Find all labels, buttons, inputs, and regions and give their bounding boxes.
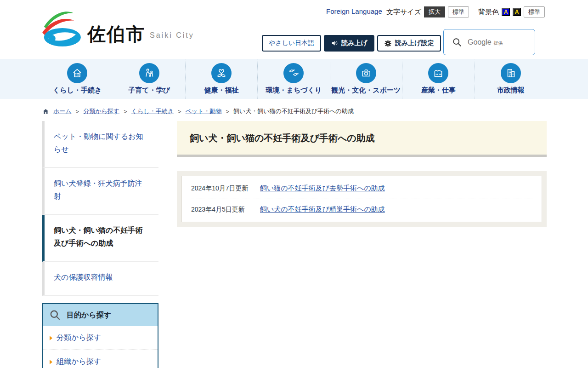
update-link-cat-subsidy[interactable]: 飼い猫の不妊手術及び去勢手術への助成 bbox=[260, 184, 385, 193]
city-name-en: Saiki City bbox=[150, 31, 194, 47]
factory-icon bbox=[428, 63, 448, 83]
sidebar-item-neuter-subsidy[interactable]: 飼い犬・飼い猫の不妊手術及び手術への助成 bbox=[42, 215, 158, 262]
accessibility-toolbar: 文字サイズ 拡大 標準 背景色 A A 標準 bbox=[386, 6, 545, 17]
global-navigation: くらし・手続き 子育て・学び 健康・福祉 bbox=[0, 59, 588, 99]
background-color-label: 背景色 bbox=[478, 8, 499, 17]
gear-icon bbox=[384, 40, 392, 47]
parent-child-icon bbox=[139, 63, 159, 83]
nav-item-label: 子育て・学び bbox=[128, 86, 170, 95]
page-title: 飼い犬・飼い猫の不妊手術及び手術への助成 bbox=[190, 132, 534, 144]
update-row: 2023年4月5日更新 飼い犬の不妊手術及び精巣手術への助成 bbox=[191, 199, 532, 220]
arrow-right-icon bbox=[50, 336, 52, 340]
breadcrumb-link-category[interactable]: 分類から探す bbox=[83, 107, 119, 115]
arrow-right-icon bbox=[50, 360, 52, 364]
nav-item-sangyo[interactable]: 産業・仕事 bbox=[402, 59, 474, 99]
font-size-label: 文字サイズ bbox=[386, 8, 421, 17]
house-icon bbox=[67, 63, 87, 83]
update-date: 2024年10月7日更新 bbox=[191, 184, 260, 193]
search-by-purpose-header: 目的から探す bbox=[43, 304, 158, 326]
nav-item-kanko[interactable]: 観光・文化・スポーツ bbox=[330, 59, 402, 99]
nav-item-shisei[interactable]: 市政情報 bbox=[475, 59, 547, 99]
nav-item-label: 市政情報 bbox=[497, 86, 525, 95]
update-list-frame: 2024年10月7日更新 飼い猫の不妊手術及び去勢手術への助成 2023年4月5… bbox=[177, 171, 547, 227]
main-content: 飼い犬・飼い猫の不妊手術及び手術への助成 2024年10月7日更新 飼い猫の不妊… bbox=[177, 121, 547, 227]
sidebar-item-search-by-organization[interactable]: 組織から探す bbox=[43, 350, 158, 368]
page-title-block: 飼い犬・飼い猫の不妊手術及び手術への助成 bbox=[177, 121, 547, 157]
breadcrumb-current: 飼い犬・飼い猫の不妊手術及び手術への助成 bbox=[233, 107, 354, 115]
city-logo[interactable]: 佐伯市 Saiki City bbox=[40, 9, 194, 47]
bg-color-standard-button[interactable]: 標準 bbox=[524, 6, 545, 17]
font-size-expand-button[interactable]: 拡大 bbox=[424, 6, 445, 17]
search-watermark: Google bbox=[468, 38, 492, 46]
site-search-input[interactable]: Google 提供 bbox=[443, 29, 535, 55]
magnifier-icon bbox=[49, 309, 61, 321]
nav-item-kenko[interactable]: 健康・福祉 bbox=[185, 59, 257, 99]
read-aloud-button[interactable]: 読み上げ bbox=[324, 35, 374, 52]
breadcrumb-home-link[interactable]: ホーム bbox=[53, 107, 72, 115]
search-by-purpose-box: 目的から探す 分類から探す 組織から探す bbox=[42, 303, 158, 368]
search-provider-label: 提供 bbox=[494, 38, 503, 46]
nav-item-label: 産業・仕事 bbox=[421, 86, 456, 95]
sidebar-item-pet-news[interactable]: ペット・動物に関するお知らせ bbox=[42, 121, 158, 168]
nav-item-kurashi[interactable]: くらし・手続き bbox=[41, 59, 113, 99]
read-aloud-settings-button[interactable]: 読み上げ設定 bbox=[377, 35, 441, 52]
site-header: Foreign Language 文字サイズ 拡大 標準 背景色 A A 標準 … bbox=[0, 0, 588, 59]
nav-item-kankyo[interactable]: 環境・まちづくり bbox=[257, 59, 329, 99]
sidebar: ペット・動物に関するお知らせ 飼い犬登録・狂犬病予防注射 飼い犬・飼い猫の不妊手… bbox=[42, 121, 158, 368]
nav-item-label: 環境・まちづくり bbox=[266, 86, 322, 95]
saiki-logo-mark-icon bbox=[40, 9, 83, 47]
breadcrumb-link-kurashi[interactable]: くらし・手続き bbox=[131, 107, 174, 115]
home-icon bbox=[42, 108, 49, 115]
update-row: 2024年10月7日更新 飼い猫の不妊手術及び去勢手術への助成 bbox=[191, 178, 532, 199]
breadcrumb: ホーム > 分類から探す > くらし・手続き > ペット・動物 > 飼い犬・飼い… bbox=[0, 99, 588, 115]
breadcrumb-link-pet[interactable]: ペット・動物 bbox=[186, 107, 222, 115]
update-date: 2023年4月5日更新 bbox=[191, 206, 260, 214]
bg-color-black-button[interactable]: A bbox=[513, 8, 521, 16]
sidebar-item-dog-registration[interactable]: 飼い犬登録・狂犬病予防注射 bbox=[42, 168, 158, 215]
reading-tools: やさしい日本語 読み上げ bbox=[262, 35, 441, 52]
sidebar-item-dog-shelter[interactable]: 犬の保護収容情報 bbox=[42, 262, 158, 296]
nav-item-kosodate[interactable]: 子育て・学び bbox=[113, 59, 185, 99]
nav-item-label: くらし・手続き bbox=[53, 86, 102, 95]
font-size-standard-button[interactable]: 標準 bbox=[448, 6, 469, 17]
easy-japanese-button[interactable]: やさしい日本語 bbox=[262, 35, 321, 52]
nav-item-label: 健康・福祉 bbox=[204, 86, 239, 95]
search-icon bbox=[452, 37, 462, 47]
nav-item-label: 観光・文化・スポーツ bbox=[331, 86, 401, 95]
heart-leaf-icon bbox=[211, 63, 232, 83]
camera-icon bbox=[356, 63, 376, 83]
bg-color-blue-button[interactable]: A bbox=[502, 8, 510, 16]
city-name: 佐伯市 bbox=[87, 25, 145, 47]
sidebar-item-search-by-category[interactable]: 分類から探す bbox=[43, 326, 158, 350]
city-buildings-icon bbox=[501, 63, 521, 83]
foreign-language-link[interactable]: Foreign Language bbox=[326, 7, 382, 15]
fish-icon bbox=[283, 63, 304, 83]
speaker-icon bbox=[331, 40, 338, 47]
update-link-dog-subsidy[interactable]: 飼い犬の不妊手術及び精巣手術への助成 bbox=[260, 205, 385, 214]
